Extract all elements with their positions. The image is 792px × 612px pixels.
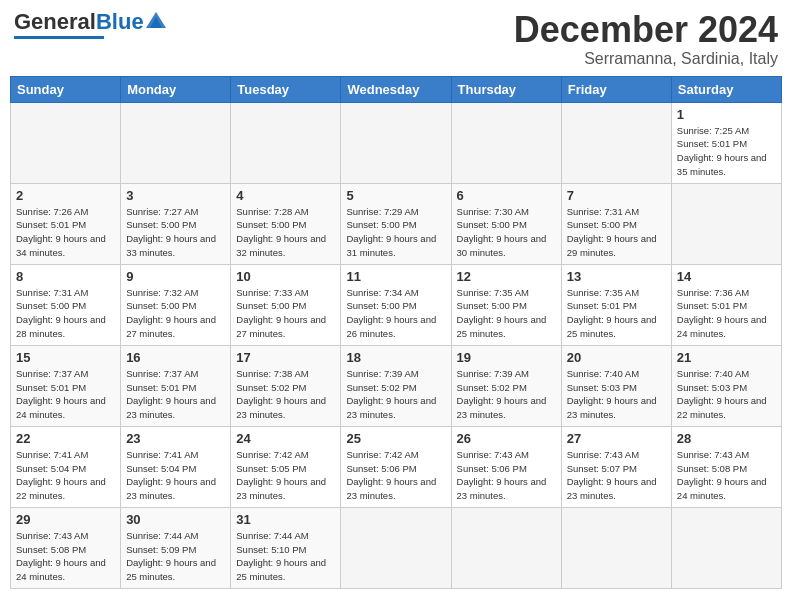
month-title: December 2024 xyxy=(514,10,778,50)
day-number: 6 xyxy=(457,188,556,203)
day-info: Sunrise: 7:42 AMSunset: 5:05 PMDaylight:… xyxy=(236,449,326,501)
day-number: 28 xyxy=(677,431,776,446)
day-info: Sunrise: 7:43 AMSunset: 5:08 PMDaylight:… xyxy=(677,449,767,501)
calendar-week-3: 15Sunrise: 7:37 AMSunset: 5:01 PMDayligh… xyxy=(11,345,782,426)
calendar-cell: 20Sunrise: 7:40 AMSunset: 5:03 PMDayligh… xyxy=(561,345,671,426)
calendar-cell: 2Sunrise: 7:26 AMSunset: 5:01 PMDaylight… xyxy=(11,183,121,264)
day-number: 30 xyxy=(126,512,225,527)
calendar-cell: 10Sunrise: 7:33 AMSunset: 5:00 PMDayligh… xyxy=(231,264,341,345)
calendar-cell: 31Sunrise: 7:44 AMSunset: 5:10 PMDayligh… xyxy=(231,507,341,588)
day-number: 18 xyxy=(346,350,445,365)
day-number: 31 xyxy=(236,512,335,527)
calendar-cell: 28Sunrise: 7:43 AMSunset: 5:08 PMDayligh… xyxy=(671,426,781,507)
calendar-week-0: 1Sunrise: 7:25 AMSunset: 5:01 PMDaylight… xyxy=(11,102,782,183)
day-number: 8 xyxy=(16,269,115,284)
calendar-cell xyxy=(671,507,781,588)
day-info: Sunrise: 7:36 AMSunset: 5:01 PMDaylight:… xyxy=(677,287,767,339)
day-number: 29 xyxy=(16,512,115,527)
day-number: 16 xyxy=(126,350,225,365)
day-info: Sunrise: 7:40 AMSunset: 5:03 PMDaylight:… xyxy=(567,368,657,420)
day-info: Sunrise: 7:43 AMSunset: 5:08 PMDaylight:… xyxy=(16,530,106,582)
calendar-week-1: 2Sunrise: 7:26 AMSunset: 5:01 PMDaylight… xyxy=(11,183,782,264)
weekday-header-sunday: Sunday xyxy=(11,76,121,102)
calendar-cell: 17Sunrise: 7:38 AMSunset: 5:02 PMDayligh… xyxy=(231,345,341,426)
calendar-cell xyxy=(341,102,451,183)
day-info: Sunrise: 7:34 AMSunset: 5:00 PMDaylight:… xyxy=(346,287,436,339)
calendar-cell: 24Sunrise: 7:42 AMSunset: 5:05 PMDayligh… xyxy=(231,426,341,507)
calendar-cell: 13Sunrise: 7:35 AMSunset: 5:01 PMDayligh… xyxy=(561,264,671,345)
logo-icon xyxy=(146,12,166,28)
day-number: 17 xyxy=(236,350,335,365)
day-number: 9 xyxy=(126,269,225,284)
calendar-cell: 1Sunrise: 7:25 AMSunset: 5:01 PMDaylight… xyxy=(671,102,781,183)
calendar-cell: 19Sunrise: 7:39 AMSunset: 5:02 PMDayligh… xyxy=(451,345,561,426)
day-info: Sunrise: 7:32 AMSunset: 5:00 PMDaylight:… xyxy=(126,287,216,339)
day-number: 26 xyxy=(457,431,556,446)
day-number: 19 xyxy=(457,350,556,365)
day-number: 23 xyxy=(126,431,225,446)
day-info: Sunrise: 7:31 AMSunset: 5:00 PMDaylight:… xyxy=(16,287,106,339)
calendar-table: SundayMondayTuesdayWednesdayThursdayFrid… xyxy=(10,76,782,589)
calendar-cell: 6Sunrise: 7:30 AMSunset: 5:00 PMDaylight… xyxy=(451,183,561,264)
title-section: December 2024 Serramanna, Sardinia, Ital… xyxy=(514,10,778,68)
calendar-cell: 22Sunrise: 7:41 AMSunset: 5:04 PMDayligh… xyxy=(11,426,121,507)
day-number: 15 xyxy=(16,350,115,365)
day-info: Sunrise: 7:37 AMSunset: 5:01 PMDaylight:… xyxy=(16,368,106,420)
calendar-cell: 21Sunrise: 7:40 AMSunset: 5:03 PMDayligh… xyxy=(671,345,781,426)
weekday-header-saturday: Saturday xyxy=(671,76,781,102)
calendar-cell: 23Sunrise: 7:41 AMSunset: 5:04 PMDayligh… xyxy=(121,426,231,507)
day-info: Sunrise: 7:38 AMSunset: 5:02 PMDaylight:… xyxy=(236,368,326,420)
calendar-cell: 29Sunrise: 7:43 AMSunset: 5:08 PMDayligh… xyxy=(11,507,121,588)
day-number: 20 xyxy=(567,350,666,365)
logo: GeneralBlue xyxy=(14,10,166,39)
day-number: 14 xyxy=(677,269,776,284)
weekday-header-monday: Monday xyxy=(121,76,231,102)
calendar-cell: 27Sunrise: 7:43 AMSunset: 5:07 PMDayligh… xyxy=(561,426,671,507)
day-info: Sunrise: 7:33 AMSunset: 5:00 PMDaylight:… xyxy=(236,287,326,339)
day-number: 12 xyxy=(457,269,556,284)
calendar-cell: 18Sunrise: 7:39 AMSunset: 5:02 PMDayligh… xyxy=(341,345,451,426)
calendar-week-2: 8Sunrise: 7:31 AMSunset: 5:00 PMDaylight… xyxy=(11,264,782,345)
day-number: 25 xyxy=(346,431,445,446)
calendar-cell: 9Sunrise: 7:32 AMSunset: 5:00 PMDaylight… xyxy=(121,264,231,345)
logo-blue: Blue xyxy=(96,9,144,34)
calendar-cell xyxy=(561,102,671,183)
day-info: Sunrise: 7:39 AMSunset: 5:02 PMDaylight:… xyxy=(346,368,436,420)
calendar-cell xyxy=(11,102,121,183)
weekday-header-friday: Friday xyxy=(561,76,671,102)
calendar-week-5: 29Sunrise: 7:43 AMSunset: 5:08 PMDayligh… xyxy=(11,507,782,588)
calendar-cell xyxy=(121,102,231,183)
day-number: 2 xyxy=(16,188,115,203)
calendar-cell: 7Sunrise: 7:31 AMSunset: 5:00 PMDaylight… xyxy=(561,183,671,264)
day-info: Sunrise: 7:28 AMSunset: 5:00 PMDaylight:… xyxy=(236,206,326,258)
day-info: Sunrise: 7:39 AMSunset: 5:02 PMDaylight:… xyxy=(457,368,547,420)
day-number: 3 xyxy=(126,188,225,203)
weekday-header-wednesday: Wednesday xyxy=(341,76,451,102)
day-info: Sunrise: 7:25 AMSunset: 5:01 PMDaylight:… xyxy=(677,125,767,177)
weekday-header-tuesday: Tuesday xyxy=(231,76,341,102)
day-number: 4 xyxy=(236,188,335,203)
day-info: Sunrise: 7:30 AMSunset: 5:00 PMDaylight:… xyxy=(457,206,547,258)
day-number: 21 xyxy=(677,350,776,365)
day-number: 1 xyxy=(677,107,776,122)
day-number: 10 xyxy=(236,269,335,284)
calendar-cell: 16Sunrise: 7:37 AMSunset: 5:01 PMDayligh… xyxy=(121,345,231,426)
location-text: Serramanna, Sardinia, Italy xyxy=(514,50,778,68)
day-info: Sunrise: 7:27 AMSunset: 5:00 PMDaylight:… xyxy=(126,206,216,258)
day-info: Sunrise: 7:44 AMSunset: 5:10 PMDaylight:… xyxy=(236,530,326,582)
logo-text: GeneralBlue xyxy=(14,10,144,34)
calendar-cell: 26Sunrise: 7:43 AMSunset: 5:06 PMDayligh… xyxy=(451,426,561,507)
day-number: 24 xyxy=(236,431,335,446)
calendar-cell xyxy=(671,183,781,264)
day-number: 5 xyxy=(346,188,445,203)
weekday-header-thursday: Thursday xyxy=(451,76,561,102)
day-number: 27 xyxy=(567,431,666,446)
calendar-cell xyxy=(451,507,561,588)
calendar-cell: 30Sunrise: 7:44 AMSunset: 5:09 PMDayligh… xyxy=(121,507,231,588)
day-info: Sunrise: 7:41 AMSunset: 5:04 PMDaylight:… xyxy=(16,449,106,501)
day-info: Sunrise: 7:40 AMSunset: 5:03 PMDaylight:… xyxy=(677,368,767,420)
day-info: Sunrise: 7:31 AMSunset: 5:00 PMDaylight:… xyxy=(567,206,657,258)
calendar-cell xyxy=(451,102,561,183)
calendar-cell: 11Sunrise: 7:34 AMSunset: 5:00 PMDayligh… xyxy=(341,264,451,345)
day-info: Sunrise: 7:35 AMSunset: 5:01 PMDaylight:… xyxy=(567,287,657,339)
